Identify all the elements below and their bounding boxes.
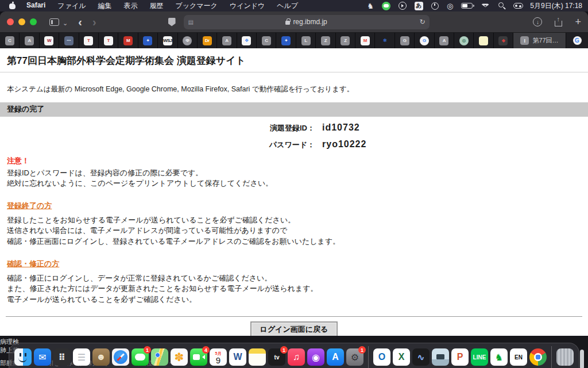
close-window-button[interactable] — [7, 18, 14, 25]
chevron-down-icon[interactable]: ⌄ — [63, 20, 68, 27]
dock-photos-icon[interactable]: ✽ — [171, 348, 188, 366]
battery-icon[interactable] — [461, 3, 473, 9]
apple-menu-icon[interactable] — [9, 2, 16, 10]
wifi-icon[interactable] — [481, 3, 490, 9]
pinned-tab-l[interactable]: L — [296, 33, 316, 48]
dock-excel-icon[interactable]: X — [393, 348, 410, 366]
tab-google[interactable]: G — [566, 33, 588, 48]
sidebar-toggle-icon[interactable] — [49, 18, 59, 26]
reload-icon[interactable]: ↻ — [420, 18, 425, 26]
dock-notes-icon[interactable] — [249, 348, 266, 366]
spotlight-icon[interactable] — [498, 2, 505, 10]
zoom-window-button[interactable] — [30, 18, 37, 25]
dock-appstore-icon[interactable]: A — [327, 348, 344, 366]
input-source-icon[interactable]: あ — [415, 2, 423, 10]
status-icons: ♞あ◎ — [367, 2, 523, 10]
dock-trash-icon[interactable] — [556, 348, 574, 366]
dock-en-input-icon[interactable]: EN — [510, 348, 527, 366]
pinned-tab-google[interactable]: G — [415, 33, 434, 48]
share-icon[interactable] — [555, 18, 562, 26]
tab-active[interactable]: I 第77回… — [513, 33, 566, 48]
pinned-tab-a2[interactable]: A — [217, 33, 237, 48]
dock-settings-icon[interactable]: ⚙1 — [346, 348, 363, 366]
pinned-tab-z1[interactable]: Z — [316, 33, 335, 48]
dock-safari-icon[interactable] — [112, 348, 129, 366]
pinned-tab-gmail[interactable]: M — [355, 33, 375, 48]
menu-item-3[interactable]: 表示 — [123, 1, 137, 11]
dock-contacts-icon[interactable]: ☻ — [92, 348, 110, 366]
pinned-tab-bird2[interactable]: ✦ — [276, 33, 296, 48]
evernote-status-icon[interactable]: ♞ — [367, 2, 374, 10]
pinned-tab-z2[interactable]: Z — [336, 33, 355, 48]
page-settings-icon[interactable]: ▤ — [188, 19, 194, 25]
pinned-tab-w-red[interactable]: W — [40, 33, 59, 48]
dock-desktop-photo-icon[interactable] — [432, 348, 449, 366]
pinned-tab-green[interactable]: ◍ — [454, 33, 474, 48]
notes-app-glyph — [249, 348, 266, 366]
pinned-tab-m-red[interactable]: M — [118, 33, 138, 48]
minimize-window-button[interactable] — [18, 18, 25, 25]
menu-item-4[interactable]: 履歴 — [149, 1, 163, 11]
pinned-tab-wsj[interactable]: WSJ — [158, 33, 177, 48]
control-center-icon[interactable] — [513, 3, 523, 9]
section-line: 確認・修正画面にログインし、登録されている電子メールアドレスのご確認をお願いいた… — [7, 236, 581, 247]
dock-launchpad-icon[interactable]: ⠿ — [53, 348, 71, 366]
pinned-tab-a1[interactable]: A — [20, 33, 39, 48]
pinned-tab-t2[interactable]: T — [99, 33, 118, 48]
dock-evernote-icon[interactable]: ♞ — [490, 348, 508, 366]
pinned-tab-dr[interactable]: Dr — [198, 33, 217, 48]
pinned-tab-w-red-icon: W — [44, 36, 53, 45]
dock-chrome-icon[interactable] — [529, 348, 547, 366]
pinned-tab-dark[interactable]: ◆ — [494, 33, 513, 48]
toolbar-right: ↓ + — [533, 17, 581, 26]
line-status-icon[interactable] — [382, 2, 390, 10]
dock-word-icon[interactable]: W — [229, 348, 246, 366]
lock-icon — [285, 21, 290, 25]
pinned-tab-z2-icon: Z — [341, 36, 350, 45]
dock-line-icon[interactable]: LINE — [471, 348, 488, 366]
play-status-icon[interactable] — [399, 2, 407, 10]
scrollbar-thumb[interactable] — [580, 350, 584, 368]
privacy-shield-icon[interactable] — [168, 18, 176, 26]
menu-item-5[interactable]: ブックマーク — [175, 1, 217, 11]
clock-status-icon[interactable] — [431, 2, 439, 10]
pinned-tab-blue-text[interactable]: ⋯ — [59, 33, 79, 48]
back-to-login-button[interactable]: ログイン画面に戻る — [250, 321, 338, 336]
dock-maps-icon[interactable] — [151, 348, 168, 366]
notice-line: 登録IDとパスワードは、登録内容の修正の際に必要です。 — [7, 168, 581, 178]
dock-finder-icon[interactable] — [14, 348, 32, 366]
menu-item-7[interactable]: ヘルプ — [277, 1, 298, 11]
pinned-tab-bird1[interactable]: ✦ — [138, 33, 158, 48]
pinned-tab-photos[interactable]: ❖ — [237, 33, 257, 48]
pinned-tab-phi[interactable]: Φ — [178, 33, 198, 48]
dock-facetime-icon[interactable]: 4 — [190, 348, 207, 366]
pinned-tab-a3[interactable]: A — [435, 33, 454, 48]
dock-reminders-icon[interactable]: ☰ — [73, 348, 90, 366]
downloads-icon[interactable]: ↓ — [533, 17, 542, 26]
pinned-tab-c2[interactable]: C — [257, 33, 276, 48]
menu-item-0[interactable]: Safari — [26, 1, 45, 11]
pinned-tab-g1[interactable]: G — [395, 33, 415, 48]
back-button[interactable]: ‹ — [78, 17, 82, 27]
pinned-tab-t1[interactable]: T — [79, 33, 99, 48]
dock-powerpoint-icon[interactable]: P — [451, 348, 469, 366]
pinned-tab-flower[interactable]: ✻ — [375, 33, 394, 48]
dock-outlook-icon[interactable]: O — [373, 348, 390, 366]
dock-podcasts-icon[interactable]: ◉ — [307, 348, 324, 366]
menu-bar: Safariファイル編集表示履歴ブックマークウインドウヘルプ ♞あ◎ 5月9日(… — [0, 0, 588, 12]
dock-appletv-icon[interactable]: tv1 — [268, 348, 285, 366]
menu-item-2[interactable]: 編集 — [98, 1, 111, 11]
dock-calendar-icon[interactable]: 5月9 — [210, 348, 227, 366]
address-bar[interactable]: ▤ reg.ibmd.jp ↻ — [184, 15, 430, 29]
dock-music-icon[interactable]: ♫ — [288, 348, 305, 366]
dock-messages-icon[interactable]: 1 — [131, 348, 149, 366]
dock-mail-icon[interactable]: ✉ — [34, 348, 51, 366]
pinned-tab-c1[interactable]: C — [0, 33, 20, 48]
pinned-tab-yellow[interactable] — [474, 33, 493, 48]
dock-stocks-icon[interactable]: ∿ — [412, 348, 430, 366]
menu-bar-clock[interactable]: 5月9日(木) 17:18 — [530, 1, 582, 11]
menu-item-6[interactable]: ウインドウ — [230, 1, 265, 11]
menu-item-1[interactable]: ファイル — [57, 1, 86, 11]
shortcut-status-icon[interactable]: ◎ — [447, 2, 453, 10]
new-tab-icon[interactable]: + — [575, 18, 581, 26]
